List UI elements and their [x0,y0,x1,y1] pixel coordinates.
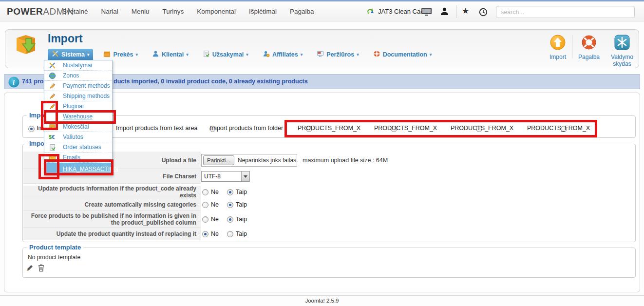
radio-ne-label[interactable]: Ne [211,216,219,223]
toolbar-separator [572,35,572,58]
monitor-icon[interactable] [421,7,432,18]
valdymo-skydas-action-button[interactable]: Valdymo skydas [601,34,643,67]
update-products-radios: Ne Taip [202,186,247,198]
jat3-logo-icon [365,6,375,17]
action-label: Import [549,54,566,60]
page-title: Import [48,32,83,45]
currency-icon: $€ [49,133,57,141]
radio-ne[interactable] [202,216,208,223]
radio-taip[interactable] [227,231,233,237]
toolbar-tab-documentation[interactable]: Documentation ▾ [369,49,436,60]
top-menu-nariai[interactable]: Nariai [101,8,118,15]
top-menu-pagalba[interactable]: Pagalba [290,8,314,15]
pagalba-action-button[interactable]: Pagalba [575,34,603,60]
radio-taip-label[interactable]: Taip [236,216,247,223]
menu-item-pluginai[interactable]: Pluginai [44,101,112,112]
top-menu-isplatimai[interactable]: Išplėtimai [249,8,277,15]
logo-bold: POWER [7,6,43,17]
chevron-down-icon: ▾ [246,52,248,57]
import-source-fieldset: Import Imp Import products from text are… [22,115,636,138]
plug-icon [49,92,57,100]
import-from-textarea-label[interactable]: Import products from text area [116,125,197,132]
chevron-down-icon: ▾ [357,52,359,57]
tools-icon [52,50,59,59]
menu-item-zonos[interactable]: Zonos [44,71,112,81]
menu-item-shipping-methods[interactable]: Shipping methods [44,91,112,101]
top-menu-turinys[interactable]: Turinys [163,8,184,15]
blank-icon [49,165,57,173]
charset-value: UTF-8 [204,172,221,181]
import-from-folder-label[interactable]: Import products from folder [210,125,283,132]
update-products-label: Update products information if the produ… [23,186,201,198]
menu-item-payment-methods[interactable]: Payment methods [44,81,112,91]
products-from-x-label[interactable]: PRODUCTS_FROM_X [451,125,513,132]
admin-page: POWERADMIN Svetainė Nariai Meniu Turinys… [0,0,644,306]
menu-item-emails[interactable]: Emails [44,153,112,163]
component-toolbar: Sistema ▾ Prekės ▾ Klientai ▾ Užsakymai … [48,49,436,60]
top-menu-komponentai[interactable]: Komponentai [197,8,236,15]
toolbar-tab-klientai[interactable]: Klientai ▾ [148,49,192,60]
import-from-file-radio[interactable] [28,126,35,132]
create-categories-radios: Ne Taip [202,198,247,211]
globe-icon [49,72,57,79]
radio-taip-label[interactable]: Taip [236,230,247,237]
toolbar-tab-affiliates[interactable]: Affiliates ▾ [259,49,306,60]
menu-item-hika-massaction[interactable]: HIKA_MASSACTION [44,163,112,175]
top-menu-svetaine[interactable]: Svetainė [62,8,88,15]
menu-item-order-statuses[interactable]: Order statuses [44,142,112,153]
person-icon [152,50,159,59]
info-icon: i [8,76,19,90]
select-arrow-button[interactable] [241,172,249,181]
products-from-x-label[interactable]: PRODUCTS_FROM_X [298,125,360,132]
menu-item-nustatymai[interactable]: Nustatymai [44,60,112,71]
file-input[interactable]: Parinkti... Neparinktas joks failas. [201,154,297,167]
toolbar-tab-label: Peržiūros [326,51,354,58]
product-template-fieldset: Product template No product template [22,248,636,278]
top-menu: Svetainė Nariai Meniu Turinys Komponenta… [62,1,314,21]
radio-taip-label[interactable]: Taip [236,201,247,208]
import-action-button[interactable]: Import [544,34,572,60]
browse-file-button[interactable]: Parinkti... [203,155,234,165]
radio-ne[interactable] [202,189,208,195]
order-check-icon [203,50,210,59]
plug-icon [49,102,57,110]
products-from-x-label[interactable]: PRODUCTS_FROM_X [527,125,590,132]
user-icon[interactable] [440,7,449,18]
toolbar-tab-label: Documentation [383,51,427,58]
chevron-down-icon: ▾ [430,52,432,57]
radio-taip[interactable] [227,216,233,223]
radio-taip[interactable] [227,202,233,208]
radio-ne[interactable] [202,231,208,237]
menu-item-warehouse[interactable]: Warehouse [44,112,112,122]
footer-divider [0,295,644,296]
radio-ne-label[interactable]: Ne [211,189,219,195]
toolbar-tab-perziuros[interactable]: Peržiūros ▾ [313,49,363,60]
toolbar-tab-prekes[interactable]: Prekės ▾ [99,49,142,60]
force-published-label: Force products to be published if no inf… [23,211,201,228]
toolbar-tab-label: Užsakymai [212,51,244,58]
radio-ne-label[interactable]: Ne [211,201,219,208]
create-categories-label: Create automatically missing categories [23,198,201,211]
clock-icon[interactable] [479,8,488,19]
pencil-icon[interactable] [26,264,34,274]
menu-item-valiutos[interactable]: $€ Valiutos [44,132,112,142]
affiliate-icon [263,50,270,59]
radio-taip[interactable] [227,189,233,195]
radio-taip-label[interactable]: Taip [236,189,247,195]
charset-select[interactable]: UTF-8 [201,171,250,182]
trash-icon[interactable] [38,264,45,274]
products-from-x-label[interactable]: PRODUCTS_FROM_X [374,125,437,132]
chevron-down-icon: ▾ [301,52,303,57]
top-menu-meniu[interactable]: Meniu [132,8,150,15]
star-icon[interactable]: ★ [462,6,469,17]
search-input[interactable] [496,6,635,18]
file-status-text: Neparinktas joks failas. [238,154,298,166]
radio-ne[interactable] [202,202,208,208]
radio-ne-label[interactable]: Ne [211,230,219,237]
fieldset-legend: Product template [27,244,83,251]
toolbar-tab-uzsakymai[interactable]: Užsakymai ▾ [199,49,252,60]
toolbar-tab-sistema[interactable]: Sistema ▾ [48,49,93,60]
toolbar-tab-label: Affiliates [272,51,298,58]
action-label: Valdymo skydas [611,54,633,67]
menu-item-mokesciai[interactable]: Mokesčiai [44,122,112,132]
